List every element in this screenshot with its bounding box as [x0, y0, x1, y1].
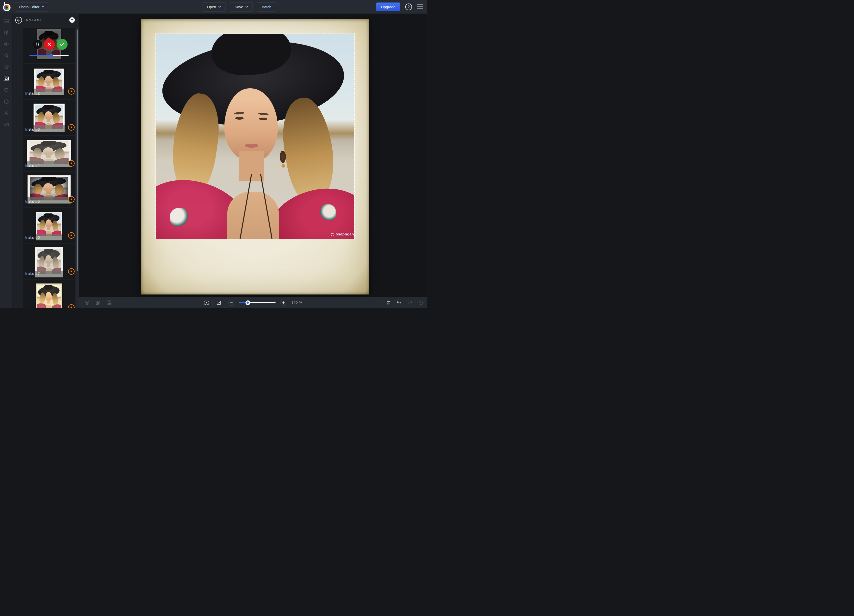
- frame-card[interactable]: Instant 8 ★: [23, 280, 75, 308]
- fit-to-screen-icon[interactable]: [204, 300, 209, 306]
- frame-card[interactable]: Instant 2 ★: [23, 64, 75, 99]
- batch-button[interactable]: Batch: [257, 2, 276, 12]
- history-controls: [386, 300, 424, 306]
- app-switcher-label: Photo Editor: [19, 5, 40, 9]
- back-button[interactable]: [15, 17, 22, 24]
- zoom-slider[interactable]: [239, 302, 276, 303]
- premium-star-badge: ★: [68, 196, 75, 203]
- adjust-sliders-icon[interactable]: [3, 29, 9, 35]
- thumbnail-preview: [37, 249, 61, 274]
- label-strip: [36, 234, 63, 240]
- portrait-photo: [156, 34, 354, 239]
- frame-card[interactable]: Instant 7 ★: [23, 244, 75, 280]
- thumbnail-preview: [37, 285, 61, 308]
- artsy-dots-icon[interactable]: [3, 64, 9, 70]
- redo-icon[interactable]: [407, 300, 413, 306]
- premium-star-badge: ★: [68, 88, 75, 94]
- frame-card-active[interactable]: [23, 28, 75, 63]
- star-glyph: ★: [70, 198, 73, 201]
- thumbnail-preview: [30, 177, 68, 201]
- help-icon[interactable]: ?: [405, 3, 412, 10]
- slider-thumb[interactable]: [49, 53, 53, 57]
- frame-name: Instant 2: [25, 90, 40, 97]
- frame-card[interactable]: Instant 4 ★: [23, 136, 75, 171]
- frame-name: Instant 6: [25, 234, 40, 241]
- frame-name: Instant 5: [25, 198, 40, 205]
- history-clock-icon[interactable]: [418, 300, 424, 306]
- frame-thumbnail: [36, 212, 63, 240]
- star-glyph: ★: [70, 162, 73, 165]
- instant-frame-artboard[interactable]: @josephgarde: [141, 19, 369, 295]
- star-glyph: ★: [70, 270, 73, 273]
- badge-icon[interactable]: [3, 99, 9, 105]
- minus-icon: [230, 301, 233, 304]
- open-button[interactable]: Open: [202, 2, 226, 12]
- divider: [212, 300, 213, 306]
- arrow-left-icon: [17, 19, 20, 21]
- panel-header: INSTANT ?: [12, 14, 79, 27]
- frame-intensity-slider[interactable]: [29, 55, 69, 56]
- close-icon: [47, 42, 52, 47]
- question-glyph: ?: [71, 18, 73, 22]
- batch-label: Batch: [262, 5, 271, 9]
- canvas-area[interactable]: @josephgarde: [79, 14, 427, 308]
- apply-frame-button[interactable]: [56, 39, 67, 50]
- instant-frames-panel: INSTANT ?: [12, 14, 79, 308]
- zoom-percentage: 122 %: [291, 301, 302, 305]
- zoom-slider-thumb[interactable]: [245, 300, 250, 305]
- frame-name: Instant 8: [25, 306, 40, 308]
- undo-icon[interactable]: [396, 300, 402, 306]
- image-icon[interactable]: [3, 18, 9, 24]
- save-label: Save: [235, 5, 243, 9]
- star-glyph: ★: [70, 126, 73, 129]
- zoom-controls: 122 %: [204, 300, 302, 306]
- settings-sliders-icon: [35, 42, 40, 46]
- compare-before-after-icon[interactable]: [386, 300, 391, 306]
- premium-star-badge: ★: [68, 124, 75, 131]
- panel-help-icon[interactable]: ?: [69, 17, 75, 23]
- app-logo-icon[interactable]: [3, 2, 11, 12]
- tool-rail: [0, 14, 12, 308]
- scrollbar-thumb[interactable]: [76, 29, 78, 271]
- template-layout-icon[interactable]: [107, 300, 112, 306]
- effects-star-icon[interactable]: [3, 53, 9, 59]
- frame-style-list: Instant 2 ★ Instant 3 ★: [12, 28, 76, 308]
- save-button[interactable]: Save: [230, 2, 253, 12]
- file-actions: Open Save Batch: [202, 2, 276, 12]
- star-glyph: ★: [70, 90, 73, 93]
- slider-fill: [29, 55, 51, 56]
- chevron-down-icon: [218, 6, 221, 8]
- frame-name: Instant 4: [25, 162, 40, 169]
- question-glyph: ?: [407, 5, 410, 9]
- upgrade-label: Upgrade: [381, 5, 395, 9]
- texture-icon[interactable]: [3, 122, 9, 128]
- top-bar-right: Upgrade ?: [376, 0, 423, 14]
- premium-star-badge: ★: [68, 232, 75, 239]
- photo-editor-app: Photo Editor Open Save Batch Upgrade ?: [0, 0, 427, 308]
- frame-card[interactable]: Instant 5 ★: [23, 172, 75, 207]
- app-switcher-button[interactable]: Photo Editor: [15, 2, 48, 12]
- transform-icon[interactable]: [95, 300, 101, 306]
- cancel-frame-button[interactable]: [44, 39, 55, 50]
- panel-title: INSTANT: [24, 18, 42, 22]
- actual-size-icon[interactable]: [216, 300, 221, 306]
- thumbnail-preview: [37, 213, 61, 236]
- open-label: Open: [207, 5, 216, 9]
- photo-layer[interactable]: @josephgarde: [156, 33, 355, 239]
- text-icon[interactable]: [3, 110, 9, 116]
- upgrade-button[interactable]: Upgrade: [376, 3, 400, 11]
- top-bar: Photo Editor Open Save Batch Upgrade ?: [0, 0, 427, 14]
- zoom-out-button[interactable]: [228, 300, 234, 306]
- premium-star-badge: ★: [68, 160, 75, 167]
- premium-star-badge: ★: [68, 304, 75, 308]
- frames-icon[interactable]: [3, 76, 9, 82]
- frame-card[interactable]: Instant 3 ★: [23, 100, 75, 135]
- frame-card[interactable]: Instant 6 ★: [23, 208, 75, 243]
- frame-settings-button[interactable]: [33, 40, 42, 49]
- status-bar: 122 %: [79, 297, 427, 308]
- layers-icon[interactable]: [84, 300, 90, 306]
- heart-icon[interactable]: [3, 87, 9, 93]
- eye-icon[interactable]: [3, 41, 9, 47]
- zoom-in-button[interactable]: [280, 300, 286, 306]
- hamburger-menu-icon[interactable]: [417, 3, 423, 10]
